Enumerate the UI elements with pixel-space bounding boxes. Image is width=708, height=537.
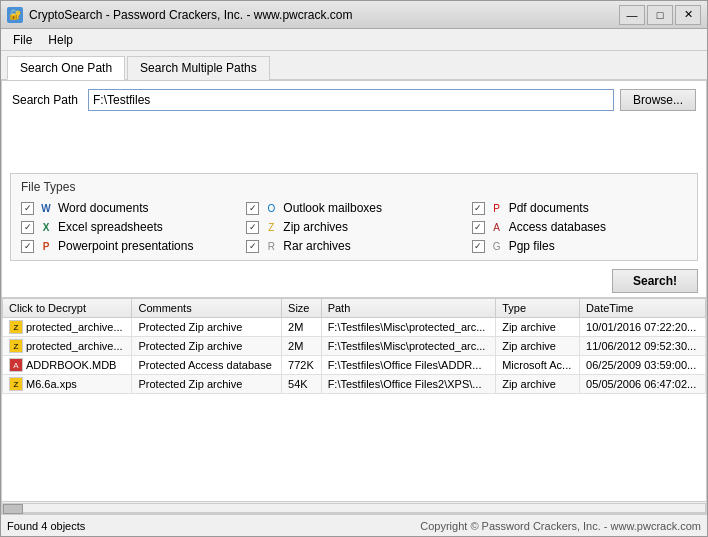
td-datetime: 11/06/2012 09:52:30... [580,337,706,356]
td-type: Zip archive [496,337,580,356]
ft-access: ✓ A Access databases [472,219,687,235]
ft-pgp: ✓ G Pgp files [472,238,687,254]
ft-pdf-checkbox[interactable]: ✓ [472,202,485,215]
outlook-icon: O [263,200,279,216]
horizontal-scrollbar[interactable] [2,501,706,513]
td-name: ZM6.6a.xps [3,375,132,394]
tab-search-multiple-paths[interactable]: Search Multiple Paths [127,56,270,80]
ft-pgp-label: Pgp files [509,239,555,253]
col-click-to-decrypt[interactable]: Click to Decrypt [3,299,132,318]
maximize-button[interactable]: □ [647,5,673,25]
table-row[interactable]: Zprotected_archive... Protected Zip arch… [3,318,706,337]
ft-ppt-checkbox[interactable]: ✓ [21,240,34,253]
ft-rar-label: Rar archives [283,239,350,253]
ppt-icon: P [38,238,54,254]
ft-pgp-checkbox[interactable]: ✓ [472,240,485,253]
ft-outlook-label: Outlook mailboxes [283,201,382,215]
td-size: 772K [282,356,322,375]
col-comments[interactable]: Comments [132,299,282,318]
minimize-button[interactable]: — [619,5,645,25]
ft-zip: ✓ Z Zip archives [246,219,461,235]
window-title: CryptoSearch - Password Crackers, Inc. -… [29,8,619,22]
zip-row-icon: Z [9,339,23,353]
td-size: 2M [282,337,322,356]
ft-rar-checkbox[interactable]: ✓ [246,240,259,253]
file-types-title: File Types [21,180,687,194]
td-comments: Protected Zip archive [132,375,282,394]
status-bar: Found 4 objects Copyright © Password Cra… [1,514,707,536]
td-comments: Protected Zip archive [132,318,282,337]
td-comments: Protected Zip archive [132,337,282,356]
ft-word: ✓ W Word documents [21,200,236,216]
td-type: Zip archive [496,318,580,337]
td-size: 2M [282,318,322,337]
app-icon: 🔐 [7,7,23,23]
td-path: F:\Testfiles\Office Files2\XPS\... [321,375,496,394]
search-path-input[interactable] [88,89,614,111]
close-button[interactable]: ✕ [675,5,701,25]
window-controls: — □ ✕ [619,5,701,25]
ft-ppt-label: Powerpoint presentations [58,239,193,253]
col-type[interactable]: Type [496,299,580,318]
ft-rar: ✓ R Rar archives [246,238,461,254]
zip-row-icon: Z [9,320,23,334]
ft-excel-checkbox[interactable]: ✓ [21,221,34,234]
excel-icon: X [38,219,54,235]
td-datetime: 10/01/2016 07:22:20... [580,318,706,337]
td-datetime: 05/05/2006 06:47:02... [580,375,706,394]
ft-outlook: ✓ O Outlook mailboxes [246,200,461,216]
table-row[interactable]: ZM6.6a.xps Protected Zip archive 54K F:\… [3,375,706,394]
td-datetime: 06/25/2009 03:59:00... [580,356,706,375]
ft-word-label: Word documents [58,201,149,215]
pgp-icon: G [489,238,505,254]
td-name: AADDRBOOK.MDB [3,356,132,375]
results-table: Click to Decrypt Comments Size Path Type… [2,298,706,394]
zip-icon: Z [263,219,279,235]
col-size[interactable]: Size [282,299,322,318]
table-header-row: Click to Decrypt Comments Size Path Type… [3,299,706,318]
col-datetime[interactable]: DateTime [580,299,706,318]
ft-excel: ✓ X Excel spreadsheets [21,219,236,235]
ft-excel-label: Excel spreadsheets [58,220,163,234]
ft-access-label: Access databases [509,220,606,234]
col-path[interactable]: Path [321,299,496,318]
file-types-grid: ✓ W Word documents ✓ O Outlook mailboxes… [21,200,687,254]
td-path: F:\Testfiles\Misc\protected_arc... [321,318,496,337]
access-icon: A [489,219,505,235]
main-window: 🔐 CryptoSearch - Password Crackers, Inc.… [0,0,708,537]
td-name: Zprotected_archive... [3,337,132,356]
word-icon: W [38,200,54,216]
ft-access-checkbox[interactable]: ✓ [472,221,485,234]
td-name: Zprotected_archive... [3,318,132,337]
spacer-area [2,119,706,169]
status-right: Copyright © Password Crackers, Inc. - ww… [420,520,701,532]
pdf-icon: P [489,200,505,216]
status-left: Found 4 objects [7,520,420,532]
file-types-section: File Types ✓ W Word documents ✓ O Outloo… [10,173,698,261]
tab-search-one-path[interactable]: Search One Path [7,56,125,80]
menu-help[interactable]: Help [40,31,81,49]
menu-file[interactable]: File [5,31,40,49]
zip-row-icon: Z [9,377,23,391]
ft-zip-checkbox[interactable]: ✓ [246,221,259,234]
td-type: Zip archive [496,375,580,394]
td-size: 54K [282,375,322,394]
ft-word-checkbox[interactable]: ✓ [21,202,34,215]
results-table-container[interactable]: Click to Decrypt Comments Size Path Type… [2,297,706,501]
rar-icon: R [263,238,279,254]
ft-ppt: ✓ P Powerpoint presentations [21,238,236,254]
ft-pdf: ✓ P Pdf documents [472,200,687,216]
table-row[interactable]: AADDRBOOK.MDB Protected Access database … [3,356,706,375]
browse-button[interactable]: Browse... [620,89,696,111]
td-path: F:\Testfiles\Office Files\ADDR... [321,356,496,375]
td-type: Microsoft Ac... [496,356,580,375]
td-comments: Protected Access database [132,356,282,375]
ft-outlook-checkbox[interactable]: ✓ [246,202,259,215]
search-path-row: Search Path Browse... [2,81,706,119]
table-row[interactable]: Zprotected_archive... Protected Zip arch… [3,337,706,356]
menu-bar: File Help [1,29,707,51]
search-button[interactable]: Search! [612,269,698,293]
ft-zip-label: Zip archives [283,220,348,234]
tabs-bar: Search One Path Search Multiple Paths [1,51,707,80]
ft-pdf-label: Pdf documents [509,201,589,215]
